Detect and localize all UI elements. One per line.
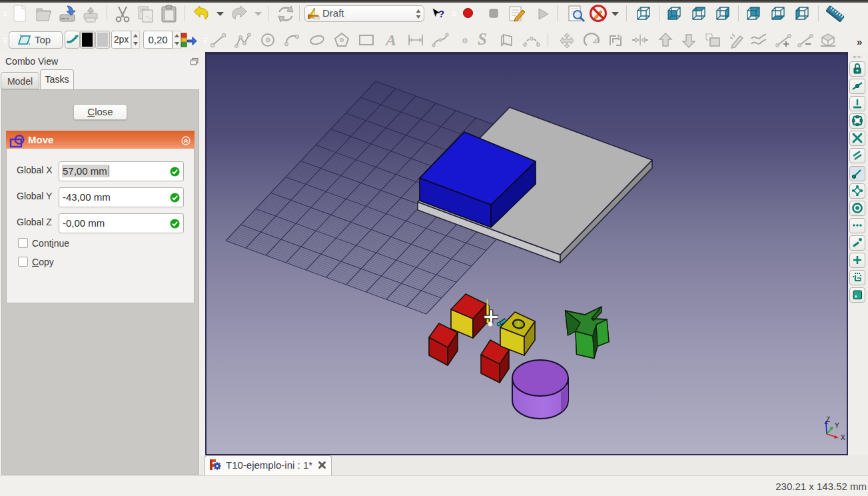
svg-text:Y: Y bbox=[835, 422, 839, 429]
svg-text:?: ? bbox=[438, 8, 444, 19]
svg-text:Z: Z bbox=[826, 416, 830, 423]
svg-text:X: X bbox=[841, 434, 845, 441]
